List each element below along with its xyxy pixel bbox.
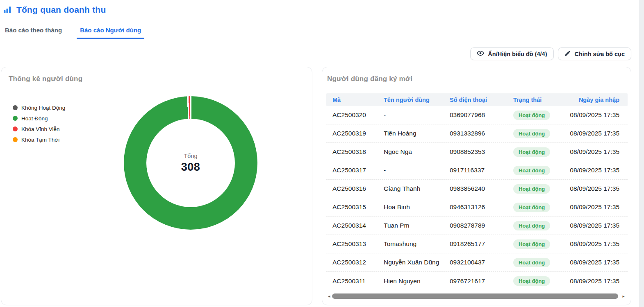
legend-dot-icon bbox=[13, 116, 18, 121]
cell-phone: 0369077968 bbox=[444, 111, 507, 119]
cell-code: AC2500318 bbox=[326, 148, 378, 156]
cell-name: - bbox=[378, 167, 444, 174]
legend-dot-icon bbox=[13, 126, 18, 131]
legend-dot-icon bbox=[13, 137, 18, 142]
table-row[interactable]: AC2500319Tiên Hoàng0931332896Hoạt động08… bbox=[326, 124, 628, 143]
column-header-phone: Số điện thoại bbox=[444, 97, 507, 103]
table-row[interactable]: AC2500314Tuan Pm0908278789Hoạt động08/09… bbox=[326, 217, 628, 235]
edit-layout-button[interactable]: Chỉnh sửa bố cục bbox=[558, 47, 632, 60]
cell-status: Hoạt động bbox=[507, 111, 558, 120]
donut-legend: Không Hoạt ĐộngHoạt ĐộngKhóa Vĩnh ViễnKh… bbox=[13, 102, 65, 145]
status-badge: Hoạt động bbox=[513, 166, 550, 175]
legend-item[interactable]: Hoạt Động bbox=[13, 113, 65, 124]
scroll-right-icon[interactable]: ▸ bbox=[621, 293, 626, 299]
legend-dot-icon bbox=[13, 105, 18, 110]
cell-joined: 08/09/2025 17:35 bbox=[558, 148, 628, 156]
cell-name: Tuan Pm bbox=[378, 222, 444, 229]
table-row[interactable]: AC2500313Tomashung0918265177Hoạt động08/… bbox=[326, 235, 628, 253]
page-scrollbar[interactable] bbox=[639, 0, 644, 307]
column-header-code: Mã bbox=[326, 97, 378, 103]
legend-item[interactable]: Không Hoạt Động bbox=[13, 102, 65, 113]
user-stats-card: Thống kê người dùng Không Hoạt ĐộngHoạt … bbox=[1, 67, 312, 305]
cell-joined: 08/09/2025 17:35 bbox=[558, 130, 628, 137]
legend-item[interactable]: Khóa Tạm Thời bbox=[13, 134, 65, 145]
page-title: Tổng quan doanh thu bbox=[16, 5, 106, 15]
edit-layout-label: Chỉnh sửa bố cục bbox=[575, 51, 625, 57]
cell-joined: 08/09/2025 17:35 bbox=[558, 259, 628, 266]
cell-phone: 0931332896 bbox=[444, 130, 507, 137]
table-row[interactable]: AC2500316Giang Thanh0983856240Hoạt động0… bbox=[326, 180, 628, 198]
cell-name: Ngoc Nga bbox=[378, 148, 444, 156]
cell-joined: 08/09/2025 17:35 bbox=[558, 222, 628, 229]
cell-phone: 0918265177 bbox=[444, 240, 507, 248]
donut-chart: Tổng 308 bbox=[124, 96, 257, 230]
cell-name: Tomashung bbox=[378, 240, 444, 248]
column-header-joined: Ngày gia nhập bbox=[558, 97, 628, 103]
cell-name: Hoa Binh bbox=[378, 203, 444, 211]
pencil-icon bbox=[564, 50, 571, 58]
cell-status: Hoạt động bbox=[507, 276, 558, 286]
cell-status: Hoạt động bbox=[507, 147, 558, 157]
status-badge: Hoạt động bbox=[513, 184, 550, 194]
status-badge: Hoạt động bbox=[513, 129, 550, 138]
eye-icon bbox=[477, 50, 484, 58]
cell-code: AC2500317 bbox=[326, 167, 378, 174]
cell-phone: 0983856240 bbox=[444, 185, 507, 192]
cell-phone: 0932100437 bbox=[444, 259, 507, 266]
horizontal-scrollbar: ◂ ▸ bbox=[327, 293, 626, 299]
cell-status: Hoạt động bbox=[507, 258, 558, 267]
cell-code: AC2500316 bbox=[326, 185, 378, 192]
cell-joined: 08/09/2025 17:35 bbox=[558, 203, 628, 211]
column-header-name: Tên người dùng bbox=[378, 97, 444, 103]
cell-name: Nguyễn Xuân Dũng bbox=[378, 259, 444, 266]
cell-code: AC2500311 bbox=[326, 278, 378, 285]
cell-phone: 0908278789 bbox=[444, 222, 507, 229]
cell-code: AC2500314 bbox=[326, 222, 378, 229]
cell-code: AC2500313 bbox=[326, 240, 378, 248]
cell-status: Hoạt động bbox=[507, 129, 558, 138]
table-row[interactable]: AC2500315Hoa Binh0946313126Hoạt động08/0… bbox=[326, 198, 628, 217]
table-row[interactable]: AC2500312Nguyễn Xuân Dũng0932100437Hoạt … bbox=[326, 253, 628, 272]
status-badge: Hoạt động bbox=[513, 239, 550, 249]
cell-phone: 0908852353 bbox=[444, 148, 507, 156]
scrollbar-thumb[interactable] bbox=[332, 293, 618, 299]
scrollbar-track[interactable] bbox=[331, 293, 621, 299]
legend-label: Khóa Vĩnh Viễn bbox=[21, 126, 60, 132]
cell-phone: 0917116337 bbox=[444, 167, 507, 174]
status-badge: Hoạt động bbox=[513, 258, 550, 267]
table-row[interactable]: AC2500317-0917116337Hoạt động08/09/2025 … bbox=[326, 161, 628, 180]
scroll-left-icon[interactable]: ◂ bbox=[327, 293, 331, 299]
new-users-card: Người dùng đăng ký mới Mã Tên người dùng… bbox=[322, 67, 631, 305]
legend-label: Không Hoạt Động bbox=[21, 105, 65, 111]
toggle-charts-label: Ẩn/Hiện biểu đồ (4/4) bbox=[488, 51, 547, 57]
cell-name: Hien Nguyen bbox=[378, 278, 444, 285]
tab-monthly-report[interactable]: Báo cáo theo tháng bbox=[3, 23, 64, 39]
cell-name: - bbox=[378, 111, 444, 119]
table-row[interactable]: AC2500320-0369077968Hoạt động08/09/2025 … bbox=[326, 106, 628, 124]
table-row[interactable]: AC2500311Hien Nguyen0976721617Hoạt động0… bbox=[326, 272, 628, 290]
tab-bar: Báo cáo theo tháng Báo cáo Người dùng bbox=[0, 24, 644, 39]
status-badge: Hoạt động bbox=[513, 203, 550, 212]
cell-joined: 08/09/2025 17:35 bbox=[558, 111, 628, 119]
cell-code: AC2500320 bbox=[326, 111, 378, 119]
cell-phone: 0976721617 bbox=[444, 278, 507, 285]
legend-label: Khóa Tạm Thời bbox=[21, 137, 59, 143]
bar-chart-icon bbox=[2, 5, 12, 15]
cell-status: Hoạt động bbox=[507, 166, 558, 175]
cell-name: Giang Thanh bbox=[378, 185, 444, 192]
toggle-charts-button[interactable]: Ẩn/Hiện biểu đồ (4/4) bbox=[470, 47, 553, 60]
status-badge: Hoạt động bbox=[513, 276, 550, 286]
cell-phone: 0946313126 bbox=[444, 203, 507, 211]
column-header-status: Trạng thái bbox=[507, 97, 558, 103]
cell-status: Hoạt động bbox=[507, 221, 558, 230]
user-stats-card-title: Thống kê người dùng bbox=[9, 75, 82, 83]
cell-code: AC2500315 bbox=[326, 203, 378, 211]
legend-label: Hoạt Động bbox=[21, 115, 48, 122]
donut-total-value: 308 bbox=[181, 161, 200, 174]
table-row[interactable]: AC2500318Ngoc Nga0908852353Hoạt động08/0… bbox=[326, 143, 628, 161]
donut-center-label: Tổng bbox=[184, 153, 197, 159]
cell-status: Hoạt động bbox=[507, 203, 558, 212]
legend-item[interactable]: Khóa Vĩnh Viễn bbox=[13, 124, 65, 134]
cell-joined: 08/09/2025 17:35 bbox=[558, 185, 628, 192]
tab-user-report[interactable]: Báo cáo Người dùng bbox=[78, 23, 143, 39]
